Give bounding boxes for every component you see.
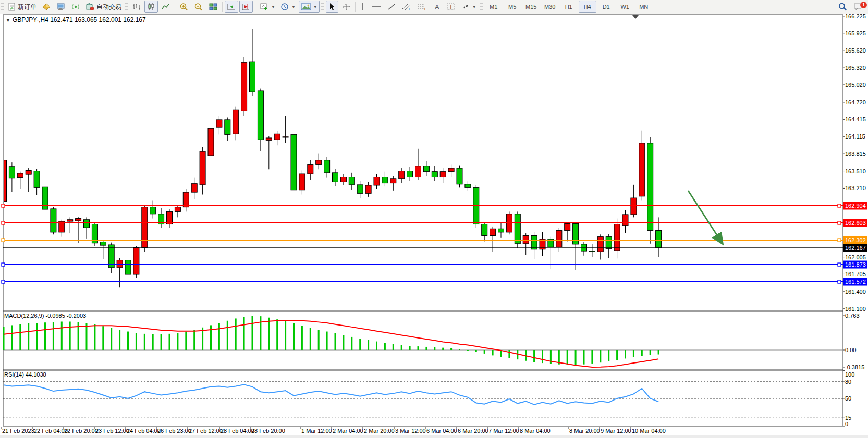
timeframe-button-w1[interactable]: W1 bbox=[616, 1, 634, 13]
line-handle[interactable] bbox=[2, 263, 5, 266]
autotrading-icon bbox=[85, 3, 95, 11]
line-handle[interactable] bbox=[2, 204, 5, 207]
candle bbox=[457, 166, 462, 188]
new-order-button[interactable]: 新订单 bbox=[6, 1, 39, 13]
one-click-panel-toggle-icon[interactable]: ▼ bbox=[6, 18, 10, 23]
rsi-tick-label: 15 bbox=[845, 415, 851, 421]
auto-scroll-icon bbox=[227, 3, 236, 11]
line-handle[interactable] bbox=[838, 239, 841, 242]
toolbar-grip[interactable] bbox=[480, 2, 483, 11]
candle bbox=[473, 185, 479, 228]
macd-tick-label: 0.00 bbox=[845, 347, 856, 353]
timeframe-button-m1[interactable]: M1 bbox=[485, 1, 503, 13]
timeframe-button-m5[interactable]: M5 bbox=[504, 1, 521, 13]
terminal-button[interactable] bbox=[54, 1, 68, 13]
equidistant-channel-tool-button[interactable]: E bbox=[399, 1, 414, 13]
chart-shift-button[interactable] bbox=[239, 1, 253, 13]
line-handle[interactable] bbox=[838, 263, 841, 266]
price-tick-label: 164.720 bbox=[845, 99, 866, 105]
time-tick-label: 2 Mar 04:00 bbox=[333, 428, 363, 434]
line-chart-button[interactable] bbox=[159, 1, 173, 13]
timeframe-button-h4[interactable]: H4 bbox=[579, 1, 596, 13]
time-tick-label: 21 Feb 2023 bbox=[2, 428, 34, 434]
toolbar-grip[interactable] bbox=[125, 2, 128, 11]
time-tick-label: 6 Mar 20:00 bbox=[458, 428, 488, 434]
candle bbox=[42, 185, 48, 213]
trendline-tool-button[interactable] bbox=[385, 1, 398, 13]
vertical-line-tool-button[interactable] bbox=[358, 1, 368, 13]
autotrading-button[interactable]: 自动交易 bbox=[83, 1, 124, 13]
zoom-out-button[interactable] bbox=[192, 1, 205, 13]
time-tick-label: 7 Mar 12:00 bbox=[488, 428, 519, 434]
arrows-icon bbox=[461, 3, 470, 11]
candlestick-chart-button[interactable] bbox=[144, 1, 158, 13]
templates-button[interactable]: ▼ bbox=[299, 1, 320, 13]
price-tick-label: 165.620 bbox=[845, 47, 866, 54]
price-line-label: 162.904 bbox=[845, 203, 866, 209]
price-line-label: 161.572 bbox=[845, 279, 866, 285]
chart-canvas[interactable]: 166.225165.925165.620165.320165.020164.7… bbox=[0, 0, 868, 438]
styles-button[interactable] bbox=[40, 1, 53, 13]
cursor-tool-button[interactable] bbox=[326, 1, 338, 13]
gold-diamond-icon bbox=[42, 3, 51, 11]
chevron-down-icon: ▼ bbox=[472, 5, 476, 9]
search-button[interactable] bbox=[836, 1, 850, 13]
fibonacci-tool-button[interactable]: F bbox=[415, 1, 430, 13]
toolbar-grip[interactable] bbox=[1, 2, 4, 11]
bottom-strip bbox=[0, 435, 868, 438]
new-order-label: 新订单 bbox=[18, 3, 36, 11]
zoom-out-icon bbox=[194, 3, 203, 11]
chevron-down-icon: ▼ bbox=[271, 5, 275, 9]
timeframe-toolbar: M1M5M15M30H1H4D1W1MN bbox=[484, 1, 653, 13]
new-chart-button[interactable]: ▼ bbox=[258, 1, 277, 13]
timeframe-button-d1[interactable]: D1 bbox=[597, 1, 615, 13]
timeframe-button-mn[interactable]: MN bbox=[635, 1, 653, 13]
time-tick-label: 2 Mar 20:00 bbox=[364, 428, 395, 434]
auto-scroll-button[interactable] bbox=[225, 1, 238, 13]
macd-tick-label: -0.3815 bbox=[845, 364, 864, 370]
time-tick-label: 1 Mar 12:00 bbox=[301, 428, 332, 434]
chevron-down-icon: ▼ bbox=[291, 5, 296, 9]
chart-header: ▼GBPJPY-,H4 162.471 163.065 162.001 162.… bbox=[6, 16, 146, 23]
price-tick-label: 163.210 bbox=[845, 185, 866, 191]
monitor-icon bbox=[56, 3, 66, 11]
price-line-label: 162.302 bbox=[845, 237, 866, 243]
notifications-button[interactable]: 1 bbox=[851, 1, 865, 13]
timeframe-button-h1[interactable]: H1 bbox=[560, 1, 578, 13]
line-handle[interactable] bbox=[838, 221, 841, 224]
signals-button[interactable] bbox=[69, 1, 82, 13]
line-handle[interactable] bbox=[2, 221, 5, 224]
time-tick-label: 24 Feb 04:00 bbox=[127, 428, 161, 434]
time-tick-label: 23 Feb 12:00 bbox=[95, 428, 129, 434]
timeframe-button-m15[interactable]: M15 bbox=[522, 1, 540, 13]
line-handle[interactable] bbox=[2, 280, 5, 283]
toolbar-grip[interactable] bbox=[321, 2, 324, 11]
candle bbox=[208, 125, 214, 160]
horizontal-line-tool-button[interactable] bbox=[369, 1, 384, 13]
price-tick-label: 162.005 bbox=[845, 254, 866, 260]
text-label-tool-button[interactable]: T bbox=[444, 1, 458, 13]
text-tool-button[interactable]: A bbox=[431, 1, 443, 13]
rsi-tick-label: 0 bbox=[845, 421, 848, 427]
arrows-tool-button[interactable]: ▼ bbox=[459, 1, 479, 13]
candle bbox=[291, 133, 297, 194]
zoom-in-button[interactable] bbox=[177, 1, 191, 13]
line-handle[interactable] bbox=[838, 280, 841, 283]
profiles-button[interactable]: ▼ bbox=[278, 1, 298, 13]
timeframe-button-m30[interactable]: M30 bbox=[541, 1, 559, 13]
time-tick-label: 26 Feb 23:00 bbox=[157, 428, 191, 434]
line-handle[interactable] bbox=[838, 204, 841, 207]
rsi-tick-label: 100 bbox=[845, 371, 854, 378]
crosshair-tool-button[interactable] bbox=[339, 1, 353, 13]
tile-windows-button[interactable] bbox=[206, 1, 220, 13]
bar-chart-button[interactable] bbox=[130, 1, 143, 13]
notification-badge: 1 bbox=[860, 2, 867, 8]
line-handle[interactable] bbox=[2, 239, 5, 242]
price-line-label: 161.873 bbox=[845, 261, 866, 268]
cursor-icon bbox=[328, 3, 336, 11]
candle bbox=[133, 246, 139, 278]
price-line-label: 162.603 bbox=[845, 220, 866, 226]
time-tick-label: 6 Mar 04:00 bbox=[426, 428, 457, 434]
toolbar-right-icons: 1 bbox=[835, 0, 866, 14]
price-tick-label: 165.020 bbox=[845, 82, 866, 88]
